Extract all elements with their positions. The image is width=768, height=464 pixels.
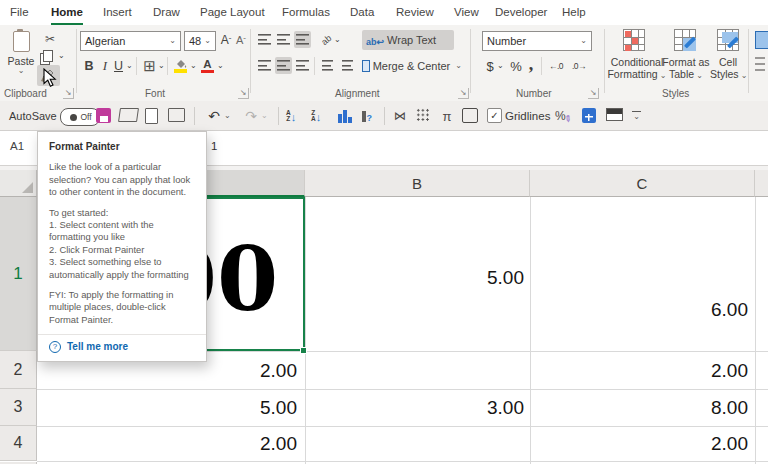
sort-descending-icon[interactable]: Z A xyxy=(311,108,321,124)
open-folder-icon[interactable] xyxy=(118,108,139,122)
undo-dropdown-icon[interactable] xyxy=(224,108,231,124)
middle-align-icon[interactable] xyxy=(275,31,292,48)
tab-help[interactable]: Help xyxy=(562,0,586,23)
fill-color-dropdown-icon[interactable] xyxy=(190,62,197,70)
clipboard-dialog-launcher-icon[interactable] xyxy=(63,88,74,99)
decrease-decimal-icon[interactable] xyxy=(569,57,589,75)
increase-decimal-icon[interactable] xyxy=(546,57,566,75)
font-color-dropdown-icon[interactable] xyxy=(217,62,224,70)
formula-input[interactable]: 1 xyxy=(211,140,217,152)
gridlines-checkbox[interactable]: ✓ xyxy=(487,108,502,123)
cell-c4[interactable]: 2.00 xyxy=(530,427,748,461)
bottom-align-icon[interactable] xyxy=(294,31,311,48)
format-painter-button[interactable] xyxy=(37,65,60,86)
format-as-table-button[interactable] xyxy=(673,28,697,52)
row-header-3[interactable]: 3 xyxy=(0,389,37,426)
tab-page-layout[interactable]: Page Layout xyxy=(200,0,265,23)
cell-c2[interactable]: 2.00 xyxy=(530,352,748,389)
copy-icon[interactable] xyxy=(42,49,54,63)
borders-icon[interactable] xyxy=(141,57,158,75)
conditional-formatting-button[interactable] xyxy=(622,28,646,52)
increase-font-size-button[interactable]: Aˆ xyxy=(219,31,233,49)
undo-icon[interactable] xyxy=(206,108,222,124)
redo-icon[interactable] xyxy=(243,108,259,124)
cell-c3[interactable]: 8.00 xyxy=(530,390,748,426)
save-icon[interactable] xyxy=(96,108,111,123)
number-format-combo[interactable]: Number xyxy=(482,31,592,51)
paste-dropdown-icon[interactable] xyxy=(18,67,25,75)
calculator-icon[interactable] xyxy=(582,108,596,123)
cell-b1[interactable]: 5.00 xyxy=(305,263,524,293)
percent-style-icon[interactable] xyxy=(509,57,523,75)
fill-color-icon[interactable] xyxy=(172,57,188,75)
top-align-icon[interactable] xyxy=(256,31,273,48)
tab-developer[interactable]: Developer xyxy=(495,0,547,23)
bold-button[interactable]: B xyxy=(82,57,96,75)
decrease-font-size-button[interactable]: Aˇ xyxy=(234,31,248,49)
row-header-1[interactable]: 1 xyxy=(0,197,37,351)
orientation-dropdown-icon[interactable] xyxy=(334,36,341,44)
equation-pi-icon[interactable] xyxy=(440,108,454,124)
header-footer-icon[interactable] xyxy=(606,108,623,121)
align-center-icon[interactable] xyxy=(275,57,292,74)
underline-dropdown-icon[interactable] xyxy=(126,62,133,70)
merge-center-button[interactable]: Merge & Center xyxy=(362,56,462,76)
borders-dropdown-icon[interactable] xyxy=(158,62,165,70)
font-family-combo[interactable]: Algerian xyxy=(80,31,181,51)
shape-weld-icon[interactable] xyxy=(392,108,408,124)
chart-help-icon[interactable] xyxy=(362,108,372,124)
tab-file[interactable]: File xyxy=(10,0,29,23)
tab-review[interactable]: Review xyxy=(396,0,434,23)
cell-styles-button[interactable] xyxy=(716,28,740,52)
column-header-c[interactable]: C xyxy=(530,170,755,197)
tab-draw[interactable]: Draw xyxy=(153,0,180,23)
font-dialog-launcher-icon[interactable] xyxy=(238,88,249,99)
accounting-format-icon[interactable] xyxy=(484,57,496,75)
number-dialog-launcher-icon[interactable] xyxy=(588,88,599,99)
tab-formulas[interactable]: Formulas xyxy=(282,0,330,23)
cell-styles-label[interactable]: Cell Styles xyxy=(710,56,746,80)
folder-icon[interactable] xyxy=(168,108,185,122)
name-box[interactable]: A1 xyxy=(10,140,24,152)
fill-handle[interactable] xyxy=(300,347,307,354)
tab-data[interactable]: Data xyxy=(350,0,374,23)
cell-c1[interactable]: 6.00 xyxy=(530,295,748,325)
alignment-dialog-launcher-icon[interactable] xyxy=(458,88,469,99)
sort-ascending-icon[interactable]: A Z xyxy=(286,108,296,124)
autosave-toggle[interactable]: Off xyxy=(60,108,100,126)
align-right-icon[interactable] xyxy=(294,57,311,74)
comma-style-icon[interactable] xyxy=(526,55,536,73)
decrease-indent-icon[interactable] xyxy=(319,57,336,74)
format-as-table-label[interactable]: Format as Table xyxy=(662,56,710,80)
row-header-2[interactable]: 2 xyxy=(0,351,37,389)
row-header-4[interactable]: 4 xyxy=(0,426,37,461)
wrap-text-button[interactable]: Wrap Text xyxy=(362,30,454,50)
tab-view[interactable]: View xyxy=(454,0,479,23)
percent-painter-icon[interactable]: %✎ xyxy=(555,108,571,124)
italic-button[interactable]: I xyxy=(99,57,111,75)
dot-grid-icon[interactable] xyxy=(416,108,430,122)
text-box-icon[interactable] xyxy=(462,108,478,123)
increase-indent-icon[interactable] xyxy=(339,57,356,74)
conditional-formatting-label[interactable]: Conditional Formatting xyxy=(606,56,668,80)
cell-a3[interactable]: 5.00 xyxy=(37,390,297,426)
underline-button[interactable]: U xyxy=(112,57,125,75)
align-left-icon[interactable] xyxy=(256,57,273,74)
column-header-b[interactable]: B xyxy=(305,170,530,197)
accounting-dropdown-icon[interactable] xyxy=(497,62,504,70)
cut-icon[interactable] xyxy=(40,31,60,47)
paste-button[interactable]: Paste xyxy=(4,29,38,85)
tell-me-more-link[interactable]: Tell me more xyxy=(67,341,128,353)
tab-home[interactable]: Home xyxy=(51,0,83,25)
column-header-d[interactable] xyxy=(755,170,768,197)
font-size-combo[interactable]: 48 xyxy=(184,31,216,51)
column-chart-icon[interactable] xyxy=(338,109,352,123)
qat-overflow-icon[interactable] xyxy=(632,108,641,124)
cell-a4[interactable]: 2.00 xyxy=(37,427,297,461)
new-file-icon[interactable] xyxy=(145,108,158,124)
copy-dropdown-icon[interactable] xyxy=(58,52,65,60)
font-color-button[interactable]: A xyxy=(200,57,215,75)
tell-me-more-row[interactable]: Tell me more xyxy=(38,334,206,360)
tab-insert[interactable]: Insert xyxy=(103,0,132,23)
select-all-corner[interactable] xyxy=(0,170,37,197)
